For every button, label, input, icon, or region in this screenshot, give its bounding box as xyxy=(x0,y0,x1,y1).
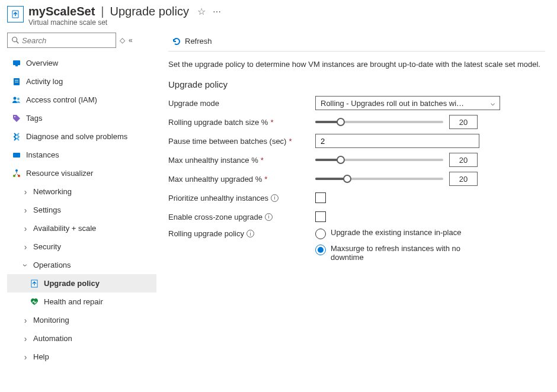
nav-activity-log[interactable]: Activity log xyxy=(7,72,156,91)
info-icon[interactable]: i xyxy=(265,213,273,221)
chevron-right-icon: › xyxy=(21,352,30,362)
nav-security[interactable]: › Security xyxy=(7,237,156,256)
radio-maxsurge-label: Maxsurge to refresh instances with no do… xyxy=(331,244,485,262)
max-unhealthy-upgraded-label: Max unhealthy upgraded % xyxy=(168,175,262,184)
chevron-right-icon: › xyxy=(21,334,30,343)
more-actions-icon[interactable]: ⋯ xyxy=(213,7,222,17)
favorite-icon[interactable]: ☆ xyxy=(197,6,206,17)
nav-label: Help xyxy=(33,352,49,361)
resource-type-label: Virtual machine scale set xyxy=(28,18,550,27)
nav-label: Monitoring xyxy=(33,316,69,324)
search-icon xyxy=(11,36,20,44)
upgrade-mode-select[interactable]: Rolling - Upgrades roll out in batches w… xyxy=(315,96,500,110)
chevron-right-icon: › xyxy=(21,224,30,233)
svg-point-8 xyxy=(17,98,20,100)
tags-icon xyxy=(12,114,21,123)
nav-monitoring[interactable]: › Monitoring xyxy=(7,311,156,329)
nav-resource-visualizer[interactable]: Resource visualizer xyxy=(7,164,156,182)
batch-size-value[interactable]: 20 xyxy=(449,115,478,129)
nav-availability-scale[interactable]: › Availability + scale xyxy=(7,219,156,237)
max-unhealthy-upgraded-value[interactable]: 20 xyxy=(449,172,478,186)
title-separator: | xyxy=(101,5,104,18)
svg-rect-5 xyxy=(15,80,18,81)
nav-label: Diagnose and solve problems xyxy=(26,132,127,141)
required-indicator: * xyxy=(289,137,292,146)
upgrade-mode-label: Upgrade mode xyxy=(168,99,315,108)
nav-iam[interactable]: Access control (IAM) xyxy=(7,91,156,109)
batch-size-slider[interactable] xyxy=(315,117,443,127)
nav-label: Operations xyxy=(33,261,71,269)
svg-rect-3 xyxy=(15,65,18,66)
nav-automation[interactable]: › Automation xyxy=(7,329,156,348)
refresh-icon xyxy=(172,37,181,46)
page-title: Upgrade policy xyxy=(110,5,189,18)
nav-label: Security xyxy=(33,242,61,251)
radio-in-place-label: Upgrade the existing instance in-place xyxy=(331,228,461,237)
info-icon[interactable]: i xyxy=(271,194,278,202)
nav-help[interactable]: › Help xyxy=(7,348,156,366)
chevron-right-icon: › xyxy=(21,187,30,197)
nav-overview[interactable]: Overview xyxy=(7,54,156,72)
batch-size-label: Rolling upgrade batch size % xyxy=(168,118,268,127)
collapse-sidebar-icon[interactable]: « xyxy=(129,36,133,44)
nav-label: Access control (IAM) xyxy=(26,95,97,104)
svg-rect-10 xyxy=(13,153,20,158)
prioritize-unhealthy-label: Prioritize unhealthy instances xyxy=(168,194,268,203)
activity-log-icon xyxy=(12,77,21,86)
resource-type-icon xyxy=(7,6,24,23)
required-indicator: * xyxy=(261,156,264,165)
expand-icon[interactable]: ◇ xyxy=(120,36,125,44)
chevron-right-icon: › xyxy=(21,316,30,325)
max-unhealthy-label: Max unhealthy instance % xyxy=(168,156,258,165)
resource-name: myScaleSet xyxy=(28,5,95,18)
chevron-down-icon: ⌵ xyxy=(491,99,495,107)
health-repair-icon xyxy=(30,297,39,307)
nav-label: Networking xyxy=(33,187,72,196)
nav-label: Overview xyxy=(26,59,58,68)
nav-operations[interactable]: › Operations xyxy=(7,256,156,274)
required-indicator: * xyxy=(264,175,267,184)
overview-icon xyxy=(12,59,21,68)
nav-health-repair[interactable]: Health and repair xyxy=(7,293,156,311)
refresh-label: Refresh xyxy=(185,37,212,46)
section-title: Upgrade policy xyxy=(168,79,545,89)
prioritize-unhealthy-checkbox[interactable] xyxy=(315,192,326,203)
max-unhealthy-value[interactable]: 20 xyxy=(449,153,478,167)
enable-cross-zone-checkbox[interactable] xyxy=(315,211,326,222)
nav-instances[interactable]: Instances xyxy=(7,146,156,164)
enable-cross-zone-label: Enable cross-zone upgrade xyxy=(168,213,263,221)
nav-label: Resource visualizer xyxy=(26,169,93,178)
rolling-policy-label: Rolling upgrade policy xyxy=(168,229,244,238)
nav-networking[interactable]: › Networking xyxy=(7,182,156,201)
max-unhealthy-upgraded-slider[interactable] xyxy=(315,174,443,184)
refresh-button[interactable]: Refresh xyxy=(168,34,216,49)
search-input[interactable] xyxy=(22,36,112,45)
max-unhealthy-slider[interactable] xyxy=(315,155,443,165)
radio-maxsurge[interactable]: Maxsurge to refresh instances with no do… xyxy=(315,244,500,262)
radio-icon xyxy=(315,245,326,255)
chevron-right-icon: › xyxy=(21,242,30,252)
pause-time-label: Pause time between batches (sec) xyxy=(168,137,286,146)
svg-rect-6 xyxy=(15,82,18,82)
nav-label: Tags xyxy=(26,114,42,123)
nav-settings[interactable]: › Settings xyxy=(7,201,156,219)
pause-time-input[interactable] xyxy=(315,134,479,148)
nav-diagnose[interactable]: Diagnose and solve problems xyxy=(7,127,156,146)
iam-icon xyxy=(12,95,21,105)
nav-label: Automation xyxy=(33,334,72,343)
search-input-wrapper[interactable] xyxy=(7,33,116,48)
svg-point-9 xyxy=(14,116,15,117)
nav-upgrade-policy[interactable]: Upgrade policy xyxy=(7,274,156,293)
svg-point-0 xyxy=(12,37,17,42)
nav-tags[interactable]: Tags xyxy=(7,109,156,127)
upgrade-policy-icon xyxy=(30,279,39,288)
required-indicator: * xyxy=(270,118,273,127)
instances-icon xyxy=(12,150,21,160)
nav-label: Availability + scale xyxy=(33,224,96,233)
info-icon[interactable]: i xyxy=(247,230,254,237)
page-description: Set the upgrade policy to determine how … xyxy=(168,60,545,69)
chevron-down-icon: › xyxy=(21,261,30,269)
svg-point-7 xyxy=(14,97,17,99)
diagnose-icon xyxy=(12,132,21,142)
radio-in-place[interactable]: Upgrade the existing instance in-place xyxy=(315,228,500,239)
